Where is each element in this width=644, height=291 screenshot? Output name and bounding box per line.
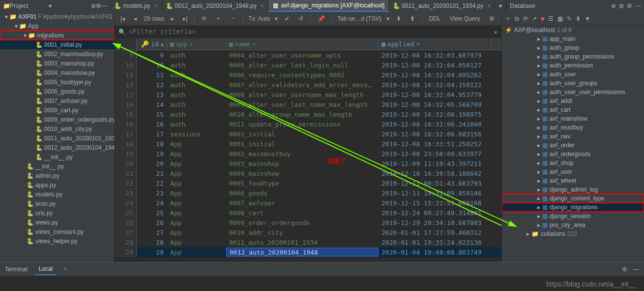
table-row[interactable]: 27 27 App 0010_addr_city 2020-01-01 17:2… <box>115 227 501 237</box>
db-table[interactable]: ▸▦axf_shop <box>502 159 644 167</box>
cell-id[interactable]: 28 <box>137 237 167 247</box>
table-row[interactable]: 16 16 auth 0011_update_proxy_permissions… <box>115 119 501 129</box>
cell-name[interactable]: 0005_alter_user_last_login_null <box>226 60 379 70</box>
cell-app[interactable]: App <box>167 168 226 178</box>
cell-name[interactable]: 0009_order_ordergoods <box>226 218 379 227</box>
cell-id[interactable]: 19 <box>137 149 167 159</box>
table-row[interactable]: 22 22 App 0005_foodtype 2019-12-11 00:51… <box>115 178 501 188</box>
expand-icon[interactable]: ⊞ <box>619 2 624 9</box>
cell-app[interactable]: App <box>167 227 226 237</box>
cell-applied[interactable]: 2019-12-11 14:31:09.859146 <box>379 188 492 198</box>
cell-app[interactable]: App <box>167 218 226 227</box>
db-table[interactable]: ▸▦axf_ordergoods <box>502 150 644 159</box>
table-row[interactable]: 29 29 App 0012_auto_20200104_1948 2020-0… <box>115 247 501 257</box>
db-table[interactable]: ▸▦django_migrations <box>502 203 644 212</box>
cell-id[interactable]: 10 <box>137 60 167 70</box>
gear-icon[interactable]: ⚙ <box>622 266 627 273</box>
db-table[interactable]: ▸▦auth_group <box>502 43 644 52</box>
tree-file[interactable]: 🐍0003_mainshop.py <box>0 59 114 68</box>
cell-id[interactable]: 24 <box>137 198 167 208</box>
cell-app[interactable]: App <box>167 198 226 208</box>
cell-name[interactable]: 0009_alter_user_last_name_max_length <box>226 99 379 109</box>
tree-file[interactable]: 🐍__init__.py <box>0 152 114 162</box>
tree-migrations-folder[interactable]: ▾ 📁 migrations <box>0 31 114 40</box>
cell-app[interactable]: App <box>167 208 226 218</box>
cell-id[interactable]: 9 <box>137 50 167 60</box>
cell-name[interactable]: 0008_alter_user_username_max_length <box>226 90 379 99</box>
download-icon[interactable]: ⬇ <box>394 14 403 23</box>
cell-name[interactable]: 0003_mainshop <box>226 159 379 168</box>
cell-name[interactable]: 0007_axfuser <box>226 198 379 208</box>
tx-mode[interactable]: Tx: Auto <box>248 15 270 22</box>
cell-app[interactable]: auth <box>167 60 226 70</box>
editor-tab[interactable]: 🐍0011_auto_20200101_1934.py× <box>389 0 495 12</box>
tree-file[interactable]: 🐍0012_auto_20200104_1948. <box>0 143 114 152</box>
db-table[interactable]: ▸▦axf_order <box>502 141 644 150</box>
prev-page-icon[interactable]: ◂ <box>132 14 139 23</box>
db-table[interactable]: ▸▦auth_group_permissions <box>502 52 644 61</box>
cell-name[interactable]: 0002_mainmustbuy <box>226 149 379 159</box>
db-table[interactable]: ▸▦django_admin_log <box>502 185 644 194</box>
table-row[interactable]: 9 9 auth 0004_alter_user_username_opts 2… <box>115 50 501 60</box>
table-row[interactable]: 23 23 App 0006_goods 2019-12-11 14:31:09… <box>115 188 501 198</box>
tree-file[interactable]: 🐍0006_goods.py <box>0 87 114 96</box>
table-row[interactable]: 10 10 auth 0005_alter_user_last_login_nu… <box>115 60 501 70</box>
db-table[interactable]: ▸▦axf_mustbuy <box>502 123 644 132</box>
cell-applied[interactable]: 2019-12-08 16:32:03.607979 <box>379 50 492 60</box>
tree-file[interactable]: 🐍0004_mainshow.py <box>0 68 114 77</box>
add-row-icon[interactable]: ＋ <box>213 13 223 24</box>
remove-row-icon[interactable]: － <box>228 13 238 24</box>
first-page-icon[interactable]: |◂ <box>118 14 127 23</box>
jump-icon[interactable]: ↗ <box>532 15 537 22</box>
th-app[interactable]: ▦app÷ <box>167 38 226 50</box>
cell-applied[interactable]: 2020-01-01 17:27:59.460312 <box>379 227 492 237</box>
table-row[interactable]: 15 15 auth 0010_alter_group_name_max_len… <box>115 109 501 119</box>
db-table[interactable]: ▸▦axf_mainshow <box>502 114 644 123</box>
cell-applied[interactable]: 2019-12-08 16:32:04.150122 <box>379 80 492 90</box>
format-select[interactable]: Tab-se…d (TSV) <box>337 15 381 22</box>
tree-file[interactable]: 🐍tests.py <box>0 199 114 208</box>
db-collations[interactable]: ▸ 📁 collations 222 <box>502 229 644 238</box>
table-row[interactable]: 12 12 auth 0007_alter_validators_add_err… <box>115 80 501 90</box>
db-table[interactable]: ▸▦axf_user <box>502 167 644 176</box>
target-icon[interactable]: ⊕ <box>611 2 616 9</box>
filter-input[interactable] <box>129 28 491 35</box>
cell-name[interactable]: 0006_goods <box>226 188 379 198</box>
upload-icon[interactable]: ⬆ <box>408 14 417 23</box>
db-table[interactable]: ▸▦axf_wheel <box>502 176 644 185</box>
table-row[interactable]: 17 17 sessions 0001_initial 2019-12-08 1… <box>115 129 501 139</box>
tree-file[interactable]: 🐍0011_auto_20200101_1934.p <box>0 133 114 143</box>
cell-name[interactable]: 0007_alter_validators_add_error_mess… <box>226 80 379 90</box>
terminal-tab[interactable]: Local <box>35 263 57 275</box>
cell-id[interactable]: 29 <box>137 247 167 257</box>
grid-icon[interactable]: ▦ <box>557 15 563 22</box>
db-table[interactable]: ▸▦django_session <box>502 212 644 221</box>
cell-applied[interactable]: 2019-12-08 16:32:04.050127 <box>379 60 492 70</box>
cell-applied[interactable]: 2019-12-08 16:32:06.241040 <box>379 119 492 129</box>
tree-file[interactable]: 🐍views_helper.py <box>0 236 114 246</box>
close-icon[interactable]: ✕ <box>494 29 498 35</box>
cell-id[interactable]: 14 <box>137 99 167 109</box>
cell-id[interactable]: 27 <box>137 227 167 237</box>
project-title[interactable]: Project <box>10 2 49 9</box>
cell-id[interactable]: 13 <box>137 90 167 99</box>
table-row[interactable]: 11 11 auth 0006_require_contenttypes_000… <box>115 70 501 80</box>
th-id[interactable]: 🔑id▲ <box>137 38 167 50</box>
table-row[interactable]: 19 19 App 0002_mainmustbuy 2019-12-08 23… <box>115 149 501 159</box>
tree-app-folder[interactable]: ▾ 📁 App <box>0 21 114 31</box>
cell-name[interactable]: 0004_mainshow <box>226 168 379 178</box>
cell-name[interactable]: 0012_auto_20200104_1948 <box>226 248 379 257</box>
gear-icon[interactable]: ⚙ <box>96 2 101 9</box>
cell-id[interactable]: 17 <box>137 129 167 139</box>
cell-id[interactable]: 15 <box>137 109 167 119</box>
cell-name[interactable]: 0001_initial <box>226 129 379 139</box>
db-table[interactable]: ▸▦django_content_type <box>502 194 644 203</box>
project-tree[interactable]: ▾ 📁 AXF01 F:¥python¥yhpython¥AXF01 ▾ 📁 A… <box>0 12 115 262</box>
tree-file[interactable]: 🐍urls.py <box>0 208 114 218</box>
editor-tab[interactable]: 🐍0012_auto_20200104_1948.py× <box>162 0 268 12</box>
target-icon[interactable]: ⊕ <box>91 2 96 9</box>
cell-app[interactable]: auth <box>167 50 226 60</box>
th-applied[interactable]: ▦applied÷ <box>379 38 492 50</box>
cell-applied[interactable]: 2019-12-09 11:19:43.397211 <box>379 159 492 168</box>
cell-id[interactable]: 12 <box>137 80 167 90</box>
